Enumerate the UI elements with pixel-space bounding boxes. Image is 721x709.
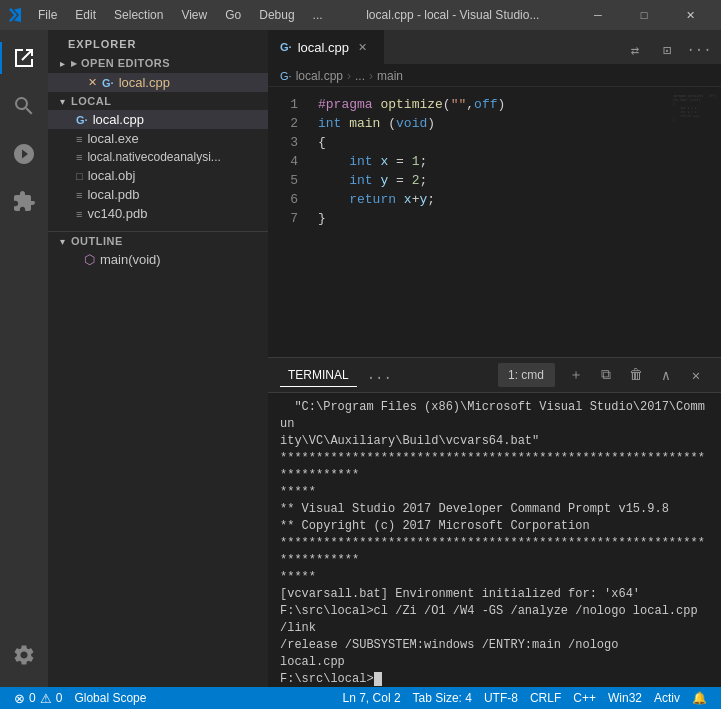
local-section[interactable]: ▾ LOCAL — [48, 92, 268, 110]
add-terminal-button[interactable]: ＋ — [563, 362, 589, 388]
terminal-line-cl3: local.cpp — [280, 654, 709, 671]
activity-explorer[interactable] — [0, 34, 48, 82]
close-panel-button[interactable]: ✕ — [683, 362, 709, 388]
status-activate[interactable]: Activ — [648, 687, 686, 709]
breadcrumb-file[interactable]: local.cpp — [296, 69, 343, 83]
activity-extensions[interactable] — [0, 178, 48, 226]
terminal-prompt: F:\src\local> — [280, 672, 374, 686]
pdb-icon: ≡ — [76, 189, 82, 201]
native-icon: ≡ — [76, 151, 82, 163]
activity-search[interactable] — [0, 82, 48, 130]
code-content[interactable]: #pragma optimize("",off) int main (void)… — [308, 87, 671, 357]
editor-area: G· local.cpp ✕ ⇄ ⊡ ··· G· local.cpp › ..… — [268, 30, 721, 687]
open-editors-arrow: ▸ — [60, 58, 65, 69]
exe-icon: ≡ — [76, 133, 82, 145]
status-scope[interactable]: Global Scope — [68, 687, 152, 709]
status-errors[interactable]: ⊗ 0 ⚠ 0 — [8, 687, 68, 709]
terminal-more-button[interactable]: ... — [367, 367, 392, 383]
menu-file[interactable]: File — [30, 6, 65, 24]
split-editor-button[interactable]: ⇄ — [621, 36, 649, 64]
scroll-track — [704, 87, 707, 357]
maximize-panel-button[interactable]: ∧ — [653, 362, 679, 388]
close-button[interactable]: ✕ — [667, 0, 713, 30]
terminal-line-2: ity\VC\Auxiliary\Build\vcvars64.bat" — [280, 433, 709, 450]
file-local-native[interactable]: ≡ local.nativecodeanalysi... — [48, 148, 268, 166]
breadcrumb-icon: G· — [280, 70, 292, 82]
terminal-body[interactable]: "C:\Program Files (x86)\Microsoft Visual… — [268, 393, 721, 687]
open-file-name: local.cpp — [119, 75, 170, 90]
terminal-line-8: ***** — [280, 569, 709, 586]
breadcrumb-main[interactable]: main — [377, 69, 403, 83]
cpp-icon: G· — [76, 114, 88, 126]
function-icon: ⬡ — [84, 252, 95, 267]
status-bar: ⊗ 0 ⚠ 0 Global Scope Ln 7, Col 2 Tab Siz… — [0, 687, 721, 709]
terminal-header: TERMINAL ... 1: cmd ＋ ⧉ 🗑 ∧ ✕ — [268, 358, 721, 393]
tab-options-button[interactable]: ··· — [685, 36, 713, 64]
breadcrumb-dots[interactable]: ... — [355, 69, 365, 83]
file-name-local-pdb: local.pdb — [87, 187, 139, 202]
outline-label: OUTLINE — [71, 235, 123, 247]
editor-terminal-split: 1 2 3 4 5 6 7 #pragma optimize("",off) i… — [268, 87, 721, 687]
status-platform[interactable]: Win32 — [602, 687, 648, 709]
platform-text: Win32 — [608, 691, 642, 705]
status-bell[interactable]: 🔔 — [686, 687, 713, 709]
outline-main[interactable]: ⬡ main(void) — [48, 250, 268, 269]
file-local-exe[interactable]: ≡ local.exe — [48, 129, 268, 148]
window-controls: ─ □ ✕ — [575, 0, 713, 30]
breadcrumb-sep-1: › — [347, 69, 351, 83]
file-local-pdb[interactable]: ≡ local.pdb — [48, 185, 268, 204]
file-name-local-cpp: local.cpp — [93, 112, 144, 127]
more-actions-button[interactable]: ⊡ — [653, 36, 681, 64]
menu-view[interactable]: View — [173, 6, 215, 24]
minimize-button[interactable]: ─ — [575, 0, 621, 30]
file-local-obj[interactable]: □ local.obj — [48, 166, 268, 185]
maximize-button[interactable]: □ — [621, 0, 667, 30]
terminal-tab[interactable]: TERMINAL — [280, 364, 357, 387]
minimap: #pragma optimize("",off) int main (void)… — [671, 87, 721, 357]
window-title: local.cpp - local - Visual Studio... — [331, 8, 575, 22]
status-position[interactable]: Ln 7, Col 2 — [337, 687, 407, 709]
activate-text: Activ — [654, 691, 680, 705]
file-name-vc140-pdb: vc140.pdb — [87, 206, 147, 221]
tab-close-button[interactable]: ✕ — [355, 39, 371, 55]
main-layout: EXPLORER ▸ ▸ OPEN EDITORS ✕ G· local.cpp… — [0, 30, 721, 687]
warning-count: 0 — [56, 691, 63, 705]
line-ending-text: CRLF — [530, 691, 561, 705]
menu-selection[interactable]: Selection — [106, 6, 171, 24]
error-count: 0 — [29, 691, 36, 705]
status-tab-size[interactable]: Tab Size: 4 — [407, 687, 478, 709]
file-vc140-pdb[interactable]: ≡ vc140.pdb — [48, 204, 268, 223]
activity-bar — [0, 30, 48, 687]
split-terminal-button[interactable]: ⧉ — [593, 362, 619, 388]
kill-terminal-button[interactable]: 🗑 — [623, 362, 649, 388]
menu-more[interactable]: ... — [305, 6, 331, 24]
minimap-content: #pragma optimize("",off) int main (void)… — [671, 87, 721, 131]
status-line-ending[interactable]: CRLF — [524, 687, 567, 709]
terminal-line-7: ****************************************… — [280, 535, 709, 569]
activity-source-control[interactable] — [0, 130, 48, 178]
activity-settings[interactable] — [0, 631, 48, 679]
position-text: Ln 7, Col 2 — [343, 691, 401, 705]
status-encoding[interactable]: UTF-8 — [478, 687, 524, 709]
menu-go[interactable]: Go — [217, 6, 249, 24]
tab-bar: G· local.cpp ✕ ⇄ ⊡ ··· — [268, 30, 721, 65]
warning-icon: ⚠ — [40, 691, 52, 706]
terminal-line-1: "C:\Program Files (x86)\Microsoft Visual… — [280, 399, 709, 433]
terminal-line-6: ** Copyright (c) 2017 Microsoft Corporat… — [280, 518, 709, 535]
open-editors-section[interactable]: ▸ ▸ OPEN EDITORS — [48, 54, 268, 73]
outline-arrow: ▾ — [60, 236, 65, 247]
file-local-cpp[interactable]: G· local.cpp — [48, 110, 268, 129]
app-icon — [8, 7, 24, 23]
terminal-dropdown[interactable]: 1: cmd — [498, 363, 555, 387]
status-language[interactable]: C++ — [567, 687, 602, 709]
outline-header[interactable]: ▾ OUTLINE — [48, 232, 268, 250]
menu-edit[interactable]: Edit — [67, 6, 104, 24]
local-arrow: ▾ — [60, 96, 65, 107]
terminal-prompt-line: F:\src\local> — [280, 671, 709, 687]
code-editor[interactable]: 1 2 3 4 5 6 7 #pragma optimize("",off) i… — [268, 87, 721, 357]
open-editor-local-cpp[interactable]: ✕ G· local.cpp — [48, 73, 268, 92]
menu-debug[interactable]: Debug — [251, 6, 302, 24]
tab-size-text: Tab Size: 4 — [413, 691, 472, 705]
outline-section: ▾ OUTLINE ⬡ main(void) — [48, 231, 268, 269]
tab-local-cpp[interactable]: G· local.cpp ✕ — [268, 30, 384, 64]
